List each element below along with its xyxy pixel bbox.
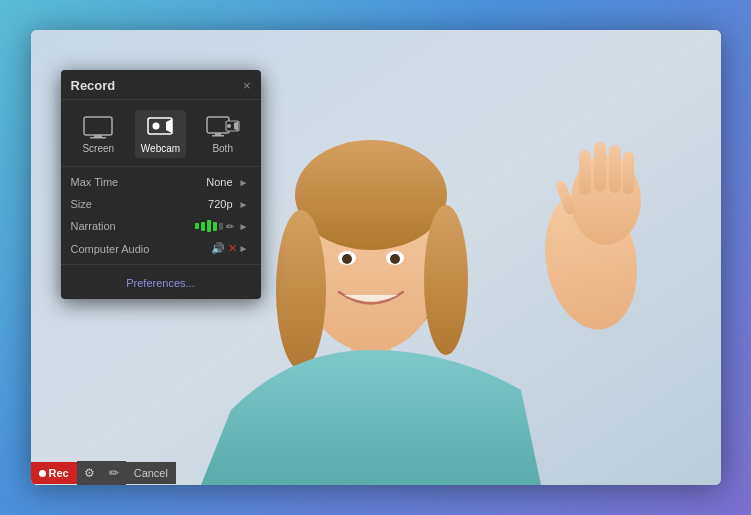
size-chevron[interactable]: ► xyxy=(237,199,251,210)
record-title: Record xyxy=(71,78,116,93)
svg-rect-20 xyxy=(84,117,112,135)
rec-label: Rec xyxy=(49,467,69,479)
audio-icon: 🔊 xyxy=(211,242,225,255)
maxtime-chevron[interactable]: ► xyxy=(237,177,251,188)
bar-5 xyxy=(219,223,223,230)
svg-rect-18 xyxy=(623,152,634,194)
preferences-link[interactable]: Preferences... xyxy=(126,277,194,289)
mode-screen[interactable]: Screen xyxy=(75,110,121,158)
audio-label: Computer Audio xyxy=(71,243,211,255)
record-panel-header: Record × xyxy=(61,70,261,100)
preferences-row: Preferences... xyxy=(61,265,261,299)
maxtime-label: Max Time xyxy=(71,176,207,188)
svg-rect-27 xyxy=(215,133,221,135)
narration-bar xyxy=(195,220,223,232)
svg-rect-17 xyxy=(609,145,621,193)
size-value: 720p xyxy=(208,198,232,210)
size-label: Size xyxy=(71,198,209,210)
mode-webcam[interactable]: Webcam xyxy=(135,110,186,158)
narration-chevron[interactable]: ► xyxy=(237,221,251,232)
bottom-toolbar: Rec ⚙ ✏ Cancel xyxy=(31,461,176,485)
narration-edit-icon: ✏ xyxy=(226,221,234,232)
maxtime-value: None xyxy=(206,176,232,188)
setting-size: Size 720p ► xyxy=(61,193,261,215)
audio-mute-icon: ✕ xyxy=(228,242,237,255)
screen-frame: Record × Screen xyxy=(31,30,721,485)
pencil-icon: ✏ xyxy=(109,466,119,480)
edit-button[interactable]: ✏ xyxy=(102,461,126,485)
svg-rect-15 xyxy=(579,150,591,195)
record-panel: Record × Screen xyxy=(61,70,261,299)
mode-both[interactable]: Both xyxy=(200,110,246,158)
narration-label: Narration xyxy=(71,220,195,232)
screen-icon xyxy=(81,114,115,140)
svg-point-31 xyxy=(227,124,231,128)
rec-button[interactable]: Rec xyxy=(31,462,77,484)
rec-dot xyxy=(39,470,46,477)
svg-point-11 xyxy=(342,254,352,264)
both-icon xyxy=(206,114,240,140)
webcam-label: Webcam xyxy=(141,143,180,154)
svg-marker-24 xyxy=(166,119,172,133)
svg-point-25 xyxy=(153,123,160,130)
svg-point-7 xyxy=(276,210,326,370)
both-label: Both xyxy=(212,143,233,154)
bar-2 xyxy=(201,222,205,231)
svg-point-8 xyxy=(424,205,468,355)
svg-rect-21 xyxy=(94,135,102,137)
bar-4 xyxy=(213,222,217,231)
svg-rect-16 xyxy=(594,142,606,192)
bar-1 xyxy=(195,223,199,229)
svg-point-12 xyxy=(390,254,400,264)
svg-marker-30 xyxy=(234,122,238,131)
gear-icon: ⚙ xyxy=(84,466,95,480)
svg-rect-28 xyxy=(212,135,224,137)
cancel-button[interactable]: Cancel xyxy=(126,462,176,484)
audio-chevron[interactable]: ► xyxy=(237,243,251,254)
setting-narration: Narration ✏ ► xyxy=(61,215,261,237)
gear-button[interactable]: ⚙ xyxy=(77,461,102,485)
bar-3 xyxy=(207,220,211,232)
screen-label: Screen xyxy=(82,143,114,154)
svg-rect-22 xyxy=(90,137,106,139)
webcam-icon xyxy=(143,114,177,140)
close-button[interactable]: × xyxy=(243,79,251,92)
settings-section: Max Time None ► Size 720p ► Narration xyxy=(61,167,261,265)
setting-maxtime: Max Time None ► xyxy=(61,171,261,193)
mode-selector: Screen Webcam xyxy=(61,100,261,167)
setting-audio: Computer Audio 🔊 ✕ ► xyxy=(61,237,261,260)
